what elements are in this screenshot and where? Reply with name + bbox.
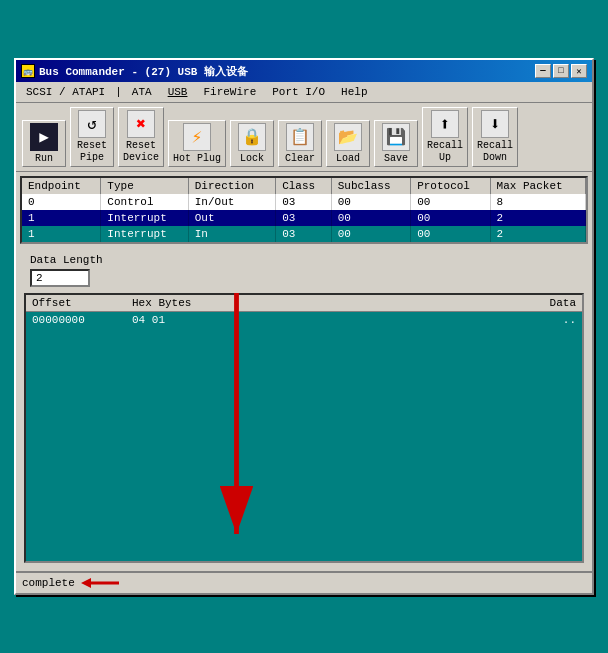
cell-protocol: 00 — [411, 194, 490, 210]
status-bar: complete — [16, 571, 592, 593]
main-window: 🚌 Bus Commander - (27) USB 输入设备 — □ ✕ SC… — [14, 58, 594, 595]
cell-class: 03 — [276, 194, 332, 210]
menu-bar: SCSI / ATAPI | ATA USB FireWire Port I/O… — [16, 82, 592, 103]
window-title: Bus Commander - (27) USB 输入设备 — [39, 64, 248, 79]
close-button[interactable]: ✕ — [571, 64, 587, 78]
lock-button[interactable]: 🔒 Lock — [230, 120, 274, 167]
reset-pipe-label: ResetPipe — [77, 140, 107, 164]
run-label: Run — [35, 153, 53, 164]
hex-offset-value: 00000000 — [32, 314, 132, 326]
run-icon: ▶ — [30, 123, 58, 151]
data-length-label: Data Length — [30, 254, 578, 266]
hot-plug-button[interactable]: ⚡ Hot Plug — [168, 120, 226, 167]
app-icon: 🚌 — [21, 64, 35, 78]
title-bar: 🚌 Bus Commander - (27) USB 输入设备 — □ ✕ — [16, 60, 592, 82]
minimize-button[interactable]: — — [535, 64, 551, 78]
status-arrow-icon — [81, 575, 121, 591]
recall-down-label: RecallDown — [477, 140, 513, 164]
title-buttons: — □ ✕ — [535, 64, 587, 78]
toolbar: ▶ Run ↺ ResetPipe ✖ ResetDevice ⚡ Hot Pl… — [16, 103, 592, 172]
cell-type: Interrupt — [101, 226, 188, 242]
hex-section: Offset Hex Bytes Data 00000000 04 01 .. — [24, 293, 584, 563]
menu-item-scsi-atapi[interactable]: SCSI / ATAPI — [20, 84, 111, 100]
data-length-section: Data Length — [20, 248, 588, 293]
save-label: Save — [384, 153, 408, 164]
menu-item-help[interactable]: Help — [335, 84, 373, 100]
load-icon: 📂 — [334, 123, 362, 151]
reset-pipe-button[interactable]: ↺ ResetPipe — [70, 107, 114, 167]
main-content: Endpoint Type Direction Class Subclass P… — [16, 172, 592, 571]
cell-protocol: 00 — [411, 210, 490, 226]
hex-section-wrapper: Offset Hex Bytes Data 00000000 04 01 .. — [24, 293, 584, 563]
hot-plug-label: Hot Plug — [173, 153, 221, 164]
reset-device-label: ResetDevice — [123, 140, 159, 164]
menu-item-usb[interactable]: USB — [162, 84, 194, 100]
cell-class: 03 — [276, 210, 332, 226]
hot-plug-icon: ⚡ — [183, 123, 211, 151]
hex-content: 00000000 04 01 .. — [26, 312, 582, 328]
cell-class: 03 — [276, 226, 332, 242]
col-class: Class — [276, 178, 332, 194]
recall-up-label: RecallUp — [427, 140, 463, 164]
cell-maxpacket: 2 — [490, 226, 585, 242]
cell-direction: Out — [188, 210, 275, 226]
col-type: Type — [101, 178, 188, 194]
hex-data-value: .. — [496, 314, 576, 326]
menu-item-ata[interactable]: ATA — [126, 84, 158, 100]
run-button[interactable]: ▶ Run — [22, 120, 66, 167]
table-row[interactable]: 0 Control In/Out 03 00 00 8 — [22, 194, 586, 210]
menu-item-firewire[interactable]: FireWire — [197, 84, 262, 100]
col-maxpacket: Max Packet — [490, 178, 585, 194]
reset-pipe-icon: ↺ — [78, 110, 106, 138]
cell-subclass: 00 — [331, 194, 410, 210]
cell-subclass: 00 — [331, 226, 410, 242]
status-text: complete — [22, 577, 75, 589]
col-subclass: Subclass — [331, 178, 410, 194]
cell-maxpacket: 2 — [490, 210, 585, 226]
hex-header: Offset Hex Bytes Data — [26, 295, 582, 312]
cell-endpoint: 1 — [22, 210, 101, 226]
recall-up-button[interactable]: ⬆ RecallUp — [422, 107, 468, 167]
hex-row: 00000000 04 01 .. — [32, 314, 576, 326]
hex-col-data: Data — [496, 297, 576, 309]
clear-icon: 📋 — [286, 123, 314, 151]
hex-col-offset: Offset — [32, 297, 132, 309]
recall-down-button[interactable]: ⬇ RecallDown — [472, 107, 518, 167]
recall-down-icon: ⬇ — [481, 110, 509, 138]
lock-icon: 🔒 — [238, 123, 266, 151]
menu-item-portio[interactable]: Port I/O — [266, 84, 331, 100]
cell-direction: In/Out — [188, 194, 275, 210]
save-button[interactable]: 💾 Save — [374, 120, 418, 167]
maximize-button[interactable]: □ — [553, 64, 569, 78]
cell-protocol: 00 — [411, 226, 490, 242]
cell-type: Interrupt — [101, 210, 188, 226]
hex-bytes-value: 04 01 — [132, 314, 496, 326]
data-length-input[interactable] — [30, 269, 90, 287]
cell-subclass: 00 — [331, 210, 410, 226]
recall-up-icon: ⬆ — [431, 110, 459, 138]
reset-device-icon: ✖ — [127, 110, 155, 138]
cell-endpoint: 0 — [22, 194, 101, 210]
load-label: Load — [336, 153, 360, 164]
col-endpoint: Endpoint — [22, 178, 101, 194]
endpoint-table-container: Endpoint Type Direction Class Subclass P… — [20, 176, 588, 244]
hex-col-bytes: Hex Bytes — [132, 297, 496, 309]
cell-direction: In — [188, 226, 275, 242]
table-header-row: Endpoint Type Direction Class Subclass P… — [22, 178, 586, 194]
clear-label: Clear — [285, 153, 315, 164]
svg-marker-3 — [81, 578, 91, 588]
table-row[interactable]: 1 Interrupt In 03 00 00 2 — [22, 226, 586, 242]
reset-device-button[interactable]: ✖ ResetDevice — [118, 107, 164, 167]
cell-type: Control — [101, 194, 188, 210]
cell-endpoint: 1 — [22, 226, 101, 242]
load-button[interactable]: 📂 Load — [326, 120, 370, 167]
title-bar-left: 🚌 Bus Commander - (27) USB 输入设备 — [21, 64, 248, 79]
clear-button[interactable]: 📋 Clear — [278, 120, 322, 167]
endpoint-table: Endpoint Type Direction Class Subclass P… — [22, 178, 586, 242]
lock-label: Lock — [240, 153, 264, 164]
table-row[interactable]: 1 Interrupt Out 03 00 00 2 — [22, 210, 586, 226]
col-protocol: Protocol — [411, 178, 490, 194]
cell-maxpacket: 8 — [490, 194, 585, 210]
save-icon: 💾 — [382, 123, 410, 151]
col-direction: Direction — [188, 178, 275, 194]
